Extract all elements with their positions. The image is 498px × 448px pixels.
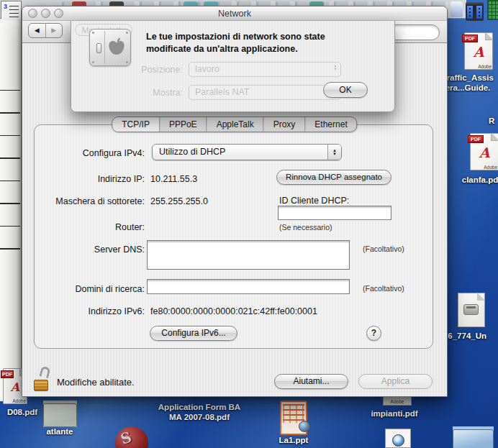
lock-icon[interactable] [34,367,51,391]
pdf-badge: PDF [468,135,484,143]
tab-proxy[interactable]: Proxy [263,117,305,132]
icon-label: La1.ppt [272,435,315,445]
compass-icon [392,434,404,447]
dhcp-client-id-input[interactable] [278,206,391,220]
globe-icon [299,421,310,432]
renew-dhcp-button[interactable]: Rinnova DHCP assegnato [276,170,391,185]
show-label-ghost: Mostra: [100,88,183,98]
adobe-label: Adobe [391,399,404,404]
screw-icon [126,61,128,63]
icon-label: atlante [37,426,82,436]
back-forward-control[interactable]: ◀ ▶ [28,23,63,38]
tab-tcpip[interactable]: TCP/IP [112,117,159,132]
folder-body-icon [453,429,494,448]
sheet-message-line: Le tue impostazioni di network sono stat… [146,31,391,43]
dns-server-input[interactable] [147,240,350,270]
claw-glyph: S [119,428,134,447]
desktop-icon-unibz-doc[interactable] [458,293,485,327]
location-popup-ghost: lavoro ▲▼ [189,62,341,77]
ip-address-label: Indirizzo IP: [22,174,145,184]
search-domains-label: Domini di ricerca: [22,284,145,294]
adobe-swirl-icon: A [470,145,498,160]
network-window: Network ◀ ▶ TCP/IP PPPoE AppleTalk Proxy… [22,6,448,397]
help-button[interactable]: ? [366,326,381,341]
icon-divider [104,31,105,64]
dns-optional-hint: (Facoltativo) [363,244,404,253]
document-rule-lines [0,68,20,252]
desktop: { "colors": { "desktop_blue": "#1b4aa0",… [0,0,498,448]
if-needed-hint: (Se necessario) [279,223,332,232]
configure-ipv4-popup[interactable]: Utilizzo di DHCP ▲ ▼ [152,144,342,160]
switch-icon [96,43,101,53]
forward-icon[interactable]: ▶ [46,24,63,37]
icon-label: D08.pdf [0,407,45,417]
tab-bar: TCP/IP PPPoE AppleTalk Proxy Ethernet [112,116,357,132]
slide-grid-icon [283,404,304,423]
desktop-icon-la1-ppt[interactable] [280,401,307,435]
screw-icon [92,61,94,63]
help-me-button[interactable]: Aiutami... [274,374,348,389]
dragon-sphere-icon[interactable]: S [115,426,148,448]
adobe-swirl-icon: A [464,44,493,60]
location-label-ghost: Posizione: [100,65,183,75]
apply-button[interactable]: Applica [358,374,433,389]
show-popup-ghost: Parallels NAT ▲▼ [189,85,341,100]
adobe-label: Adobe [484,165,497,170]
pdf-badge: PDF [1,370,14,378]
router-label: Router: [22,222,145,232]
tab-appletalk[interactable]: AppleTalk [207,117,263,132]
stepper-down-icon: ▼ [332,152,337,156]
show-value-ghost: Parallels NAT [195,87,249,97]
binder-panel-icon [476,5,483,19]
ipv6-address-label: Indirizzo IPv6: [22,306,145,316]
screw-icon [92,32,94,34]
toolbar-icon-sliver [451,1,463,17]
configure-ipv6-button[interactable]: Configura IPv6... [150,326,237,341]
list-icon-badge: 3 [4,3,7,10]
icon-label-line: MA 2007-08.pdf [139,412,260,422]
search-domains-input[interactable] [147,279,350,294]
circuit-board-icon[interactable] [487,0,498,20]
search-domains-optional-hint: (Facoltativo) [363,284,404,293]
back-icon[interactable]: ◀ [29,24,46,37]
folder-body-icon [43,403,77,427]
desktop-icon-html-doc[interactable] [379,429,417,448]
modal-sheet: Mostra tutte Le tue impostazioni di netw… [71,21,395,112]
lock-body-icon [34,380,48,391]
desktop-folder-icon[interactable] [453,426,494,448]
desktop-icon-clanfa-pdf[interactable]: PDF A Adobe [470,133,498,170]
dhcp-client-id-label: ID Cliente DHCP: [279,196,349,206]
ipv6-address-value: fe80:0000:0000:0000:021c:42ff:fe00:0001 [150,306,317,316]
dns-server-label: Server DNS: [22,244,145,255]
adobe-label: Adobe [478,64,492,69]
list-icon-lines [9,6,19,19]
page-fold-icon [486,32,493,40]
subnet-mask-value: 255.255.255.0 [150,196,208,206]
icon-label-fragment: R [489,116,494,126]
icon-label: Application Form BA MA 2007-08.pdf [139,402,260,422]
page-fold-icon [477,293,485,301]
network-preferences-icon [89,29,131,66]
screw-icon [126,32,128,34]
tab-pppoe[interactable]: PPPoE [159,117,207,132]
configure-ipv4-label: Configura IPv4: [22,148,145,158]
page-fold-icon [492,133,498,140]
sheet-message-line: modificate da un'altra applicazione. [146,43,391,55]
title-bar[interactable]: Network [22,6,447,21]
window-title: Network [22,9,447,19]
tab-ethernet[interactable]: Ethernet [304,117,356,132]
binder-icon[interactable] [466,2,484,21]
ip-address-value: 10.211.55.3 [150,174,197,184]
location-value-ghost: lavoro [195,64,219,74]
lock-shackle-icon [39,366,50,379]
desktop-icon-atlante-folder[interactable] [43,401,77,427]
icon-label: impianti.pdf [363,408,425,419]
subnet-mask-label: Maschera di sottorete: [22,196,145,206]
background-document-window [0,19,22,401]
icon-label: clanfa.pd [458,175,498,185]
popup-stepper-icon: ▲▼ [333,64,338,71]
apple-logo-icon [106,36,127,60]
popup-stepper-icon: ▲ ▼ [327,145,341,160]
desktop-icon-traffic-pdf[interactable]: PDF A Adobe [464,32,493,70]
ok-button[interactable]: OK [323,82,368,98]
